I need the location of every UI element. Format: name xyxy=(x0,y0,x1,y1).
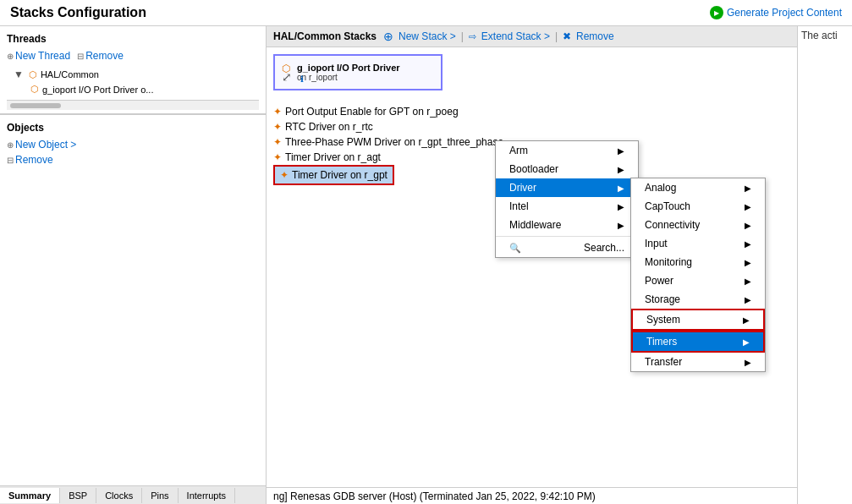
middleware-arrow: ▶ xyxy=(618,221,624,230)
item-text-4: Timer Driver on r_gpt xyxy=(292,169,388,181)
submenu-item-analog[interactable]: Analog ▶ xyxy=(631,178,765,197)
stacks-header: HAL/Common Stacks ⊕ New Stack > | ⇨ Exte… xyxy=(267,26,797,47)
tab-interrupts[interactable]: Interrupts xyxy=(179,488,235,503)
submenu-item-storage[interactable]: Storage ▶ xyxy=(631,290,765,309)
new-stack-button[interactable]: New Stack > xyxy=(399,30,456,42)
analog-label: Analog xyxy=(645,182,676,194)
item-dot-2: ✦ xyxy=(273,136,282,148)
card-subtitle: on r_ioport xyxy=(297,73,400,82)
stacks-content: ⬡ g_ioport I/O Port Driver on r_ioport ⤢… xyxy=(267,47,797,487)
item-text-3: Timer Driver on r_agt xyxy=(285,151,381,163)
menu-item-middleware[interactable]: Middleware ▶ xyxy=(496,216,638,234)
tree-item-ioport[interactable]: ⬡ g_ioport I/O Port Driver o... xyxy=(7,82,259,96)
expand-icon: ▼ xyxy=(14,68,24,80)
remove-object-button[interactable]: ⊟ Remove xyxy=(7,154,53,166)
new-object-icon: ⊕ xyxy=(7,140,14,150)
storage-arrow: ▶ xyxy=(745,295,751,304)
menu-item-arm[interactable]: Arm ▶ xyxy=(496,141,638,160)
extend-stack-icon: ⇨ xyxy=(469,31,476,42)
main-content: Threads ⊕ New Thread ⊟ Remove ▼ ⬡ HAL/Co… xyxy=(0,26,852,504)
submenu-item-input[interactable]: Input ▶ xyxy=(631,234,765,253)
left-panel: Threads ⊕ New Thread ⊟ Remove ▼ ⬡ HAL/Co… xyxy=(0,26,267,504)
submenu-item-power[interactable]: Power ▶ xyxy=(631,271,765,290)
storage-label: Storage xyxy=(645,293,680,305)
extend-stack-button[interactable]: Extend Stack > xyxy=(481,30,550,42)
arm-label: Arm xyxy=(509,145,528,156)
tab-clocks[interactable]: Clocks xyxy=(96,488,142,503)
menu-item-bootloader[interactable]: Bootloader ▶ xyxy=(496,160,638,178)
objects-remove-actions: ⊟ Remove xyxy=(7,152,259,167)
generate-label: Generate Project Content xyxy=(727,7,842,19)
divider1: | xyxy=(461,30,464,42)
submenu-item-timers[interactable]: Timers ▶ xyxy=(631,331,765,353)
submenu-item-captouch[interactable]: CapTouch ▶ xyxy=(631,197,765,216)
list-item-1[interactable]: ✦ RTC Driver on r_rtc xyxy=(273,119,790,134)
menu-item-search[interactable]: 🔍 Search... xyxy=(496,238,638,257)
timers-arrow: ▶ xyxy=(743,337,750,347)
transfer-arrow: ▶ xyxy=(745,358,751,367)
intel-arrow: ▶ xyxy=(618,202,624,211)
input-arrow: ▶ xyxy=(745,239,751,249)
monitoring-label: Monitoring xyxy=(645,256,692,268)
item-dot-4: ✦ xyxy=(280,169,289,181)
hal-common-label: HAL/Common xyxy=(41,69,99,79)
right-panel-text: The acti xyxy=(801,30,838,41)
input-label: Input xyxy=(645,238,668,249)
status-bar: ng] Renesas GDB server (Host) (Terminate… xyxy=(267,487,797,504)
submenu-item-transfer[interactable]: Transfer ▶ xyxy=(631,353,765,371)
menu-item-driver[interactable]: Driver ▶ xyxy=(496,178,638,197)
page-title: Stacks Configuration xyxy=(10,5,146,20)
threads-section: Threads ⊕ New Thread ⊟ Remove ▼ ⬡ HAL/Co… xyxy=(0,26,266,114)
tree-item-hal-common[interactable]: ▼ ⬡ HAL/Common xyxy=(7,67,259,82)
right-side-panel: The acti xyxy=(797,26,852,504)
item-dot-1: ✦ xyxy=(273,121,282,133)
stack-card[interactable]: ⬡ g_ioport I/O Port Driver on r_ioport ⤢… xyxy=(273,54,442,90)
remove-stack-button[interactable]: Remove xyxy=(576,30,614,42)
analog-arrow: ▶ xyxy=(745,184,751,193)
card-title: g_ioport I/O Port Driver xyxy=(297,63,400,73)
list-item-4[interactable]: ✦ Timer Driver on r_gpt xyxy=(273,165,394,185)
monitoring-arrow: ▶ xyxy=(745,258,751,267)
menu-separator xyxy=(496,236,638,237)
system-label: System xyxy=(646,314,680,326)
arm-arrow: ▶ xyxy=(618,146,624,156)
stacks-actions: ⊕ New Stack > | ⇨ Extend Stack > | ✖ Rem… xyxy=(383,30,614,43)
connectivity-label: Connectivity xyxy=(645,219,700,231)
power-arrow: ▶ xyxy=(745,277,751,286)
captouch-label: CapTouch xyxy=(645,200,690,212)
generate-project-button[interactable]: Generate Project Content xyxy=(710,6,842,19)
submenu-item-system[interactable]: System ▶ xyxy=(631,309,765,331)
new-thread-label: New Thread xyxy=(15,50,70,62)
submenu-item-connectivity[interactable]: Connectivity ▶ xyxy=(631,216,765,234)
timers-label: Timers xyxy=(646,336,677,348)
divider2: | xyxy=(555,30,558,42)
submenu-item-monitoring[interactable]: Monitoring ▶ xyxy=(631,253,765,271)
search-label: Search... xyxy=(584,242,624,254)
tab-summary[interactable]: Summary xyxy=(0,488,60,503)
info-icon: ℹ xyxy=(300,74,304,84)
new-thread-button[interactable]: ⊕ New Thread xyxy=(7,50,70,62)
intel-label: Intel xyxy=(509,200,529,212)
item-text-2: Three-Phase PWM Driver on r_gpt_three_ph… xyxy=(285,136,503,148)
new-stack-icon: ⊕ xyxy=(383,30,393,43)
power-label: Power xyxy=(645,275,673,287)
thread-tree: ▼ ⬡ HAL/Common ⬡ g_ioport I/O Port Drive… xyxy=(7,63,259,100)
tab-bsp[interactable]: BSP xyxy=(60,488,96,503)
horizontal-scrollbar[interactable] xyxy=(7,100,259,110)
tab-pins[interactable]: Pins xyxy=(142,488,178,503)
ioport-label: g_ioport I/O Port Driver o... xyxy=(42,85,153,95)
stacks-title: HAL/Common Stacks xyxy=(273,30,377,42)
remove-thread-button[interactable]: ⊟ Remove xyxy=(77,50,124,62)
menu-item-intel[interactable]: Intel ▶ xyxy=(496,197,638,216)
new-object-button[interactable]: ⊕ New Object > xyxy=(7,139,76,151)
list-item-0[interactable]: ✦ Port Output Enable for GPT on r_poeg xyxy=(273,104,790,119)
scrollbar-thumb xyxy=(10,103,61,108)
driver-arrow: ▶ xyxy=(618,184,624,193)
search-icon: 🔍 xyxy=(509,243,521,254)
system-arrow: ▶ xyxy=(743,315,750,325)
dropdown-container: Arm ▶ Bootloader ▶ Driver ▶ Intel ▶ xyxy=(495,140,639,258)
generate-icon xyxy=(710,6,723,19)
item-dot-3: ✦ xyxy=(273,151,282,163)
main-menu: Arm ▶ Bootloader ▶ Driver ▶ Intel ▶ xyxy=(495,140,639,258)
driver-submenu: Analog ▶ CapTouch ▶ Connectivity ▶ Input… xyxy=(630,178,766,372)
